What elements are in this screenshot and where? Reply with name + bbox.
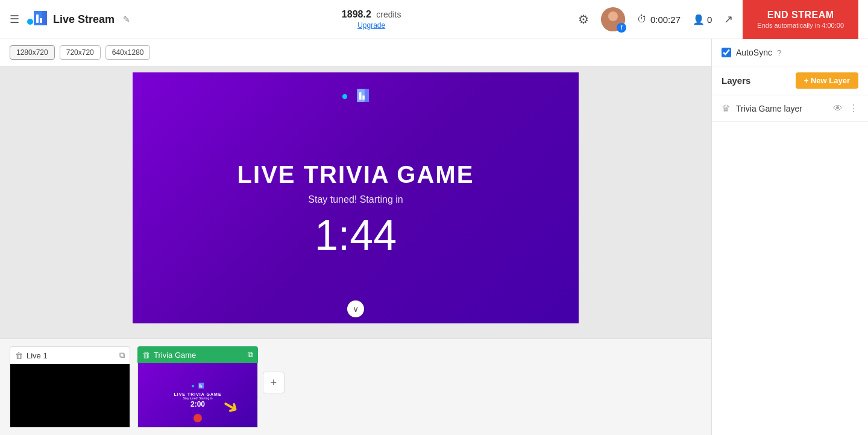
thumb-title: LIVE TRIVIA GAME bbox=[174, 392, 221, 396]
facebook-badge: f bbox=[617, 23, 626, 33]
add-scene-button[interactable]: + bbox=[263, 372, 285, 393]
scene-header-live1: 🗑 Live 1 ⧉ bbox=[10, 346, 130, 364]
credits-amount: 1898.2 bbox=[342, 9, 371, 19]
resolution-btn-1280[interactable]: 1280x720 bbox=[10, 45, 55, 60]
scene-trash-icon-active[interactable]: 🗑 bbox=[142, 351, 150, 360]
preview-countdown: 1:44 bbox=[315, 211, 397, 259]
preview-subtitle: Stay tuned! Starting in bbox=[308, 194, 403, 205]
menu-icon[interactable]: ☰ bbox=[10, 13, 19, 26]
scene-header-left: 🗑 Live 1 bbox=[15, 351, 48, 360]
svg-rect-10 bbox=[359, 92, 362, 100]
layer-more-icon[interactable]: ⋮ bbox=[849, 103, 858, 114]
scene-item-live1: 🗑 Live 1 ⧉ bbox=[10, 346, 130, 428]
autosync-bar: AutoSync ? bbox=[712, 39, 868, 66]
app-header: ☰ Live Stream ✎ 1898.2 credits Upgrade ⚙ bbox=[0, 0, 868, 39]
preview-title: LIVE TRIVIA GAME bbox=[237, 161, 474, 188]
layer-item-trivia: ♛ Trivia Game layer 👁 ⋮ bbox=[712, 95, 868, 122]
end-stream-sublabel: Ends automatically in 4:00:00 bbox=[757, 22, 844, 29]
scene-name-trivia: Trivia Game bbox=[154, 351, 196, 360]
preview-canvas: LIVE TRIVIA GAME Stay tuned! Starting in… bbox=[133, 72, 579, 323]
scene-thumbnail-live1[interactable] bbox=[10, 364, 130, 428]
main-layout: 1280x720 720x720 640x1280 LIVE TRIVIA GA… bbox=[0, 39, 868, 435]
scene-copy-icon[interactable]: ⧉ bbox=[119, 351, 125, 360]
viewers-count: 0 bbox=[707, 14, 712, 25]
resolution-btn-720[interactable]: 720x720 bbox=[60, 45, 101, 60]
red-recording-dot bbox=[193, 414, 202, 422]
viewers-icon: 👤 bbox=[693, 14, 705, 25]
upgrade-link[interactable]: Upgrade bbox=[357, 21, 385, 30]
autosync-help-icon[interactable]: ? bbox=[777, 48, 781, 57]
scene-header-left-trivia: 🗑 Trivia Game bbox=[142, 351, 196, 360]
layer-crown-icon: ♛ bbox=[722, 103, 730, 114]
svg-rect-4 bbox=[40, 18, 42, 23]
scene-trash-icon[interactable]: 🗑 bbox=[15, 351, 23, 360]
scene-copy-icon-active[interactable]: ⧉ bbox=[248, 350, 253, 360]
header-credits: 1898.2 credits Upgrade bbox=[342, 9, 401, 30]
preview-logo-dot bbox=[342, 94, 347, 99]
end-stream-button[interactable]: END STREAM Ends automatically in 4:00:00 bbox=[743, 0, 858, 39]
app-logo bbox=[25, 8, 47, 30]
svg-rect-13 bbox=[200, 384, 201, 387]
scene-name-live1: Live 1 bbox=[27, 351, 48, 360]
resolution-bar: 1280x720 720x720 640x1280 bbox=[0, 39, 711, 66]
svg-rect-11 bbox=[362, 95, 365, 100]
header-right: ⚙ f ⏱ 0:00:27 👤 0 ↗ bbox=[401, 7, 733, 31]
autosync-checkbox[interactable] bbox=[722, 48, 731, 57]
svg-rect-3 bbox=[36, 14, 39, 23]
timer-icon: ⏱ bbox=[637, 14, 647, 25]
timer-value: 0:00:27 bbox=[650, 14, 681, 25]
preview-logo-shape bbox=[350, 87, 369, 106]
scenes-panel: 🗑 Live 1 ⧉ 🗑 Trivia Game ⧉ bbox=[0, 338, 711, 435]
scene-item-trivia: 🗑 Trivia Game ⧉ LIVE bbox=[137, 346, 258, 428]
app-title: Live Stream bbox=[53, 13, 115, 26]
svg-point-6 bbox=[608, 11, 618, 21]
preview-area: LIVE TRIVIA GAME Stay tuned! Starting in… bbox=[0, 66, 711, 338]
scene-thumbnail-trivia[interactable]: LIVE TRIVIA GAME Stay tuned! Starting in… bbox=[137, 363, 258, 428]
layers-title: Layers bbox=[722, 75, 750, 86]
edit-title-icon[interactable]: ✎ bbox=[123, 14, 130, 24]
resolution-btn-640[interactable]: 640x1280 bbox=[105, 45, 151, 60]
layers-header: Layers + New Layer bbox=[712, 66, 868, 95]
layer-visibility-icon[interactable]: 👁 bbox=[833, 103, 843, 114]
settings-icon[interactable]: ⚙ bbox=[578, 12, 589, 27]
external-link-icon[interactable]: ↗ bbox=[724, 13, 733, 26]
scene-header-trivia: 🗑 Trivia Game ⧉ bbox=[137, 346, 258, 363]
header-left: ☰ Live Stream ✎ bbox=[10, 8, 342, 30]
autosync-label: AutoSync bbox=[736, 48, 772, 57]
svg-point-0 bbox=[27, 19, 33, 25]
left-panel: 1280x720 720x720 640x1280 LIVE TRIVIA GA… bbox=[0, 39, 711, 435]
layer-name[interactable]: Trivia Game layer bbox=[736, 104, 827, 113]
new-layer-button[interactable]: + New Layer bbox=[796, 72, 858, 89]
avatar-container[interactable]: f bbox=[601, 7, 625, 31]
credits-label: credits bbox=[376, 10, 401, 19]
preview-chevron[interactable]: ∨ bbox=[347, 300, 364, 317]
viewers-section: 👤 0 bbox=[693, 14, 712, 25]
svg-rect-14 bbox=[201, 386, 202, 387]
thumb-logo bbox=[192, 382, 204, 390]
end-stream-label: END STREAM bbox=[767, 10, 834, 21]
arrow-indicator: ➜ bbox=[218, 392, 244, 420]
stream-timer: ⏱ 0:00:27 bbox=[637, 14, 681, 25]
right-panel: AutoSync ? Layers + New Layer ♛ Trivia G… bbox=[711, 39, 868, 435]
thumb-timer: 2:00 bbox=[190, 400, 205, 408]
preview-logo bbox=[342, 87, 369, 106]
